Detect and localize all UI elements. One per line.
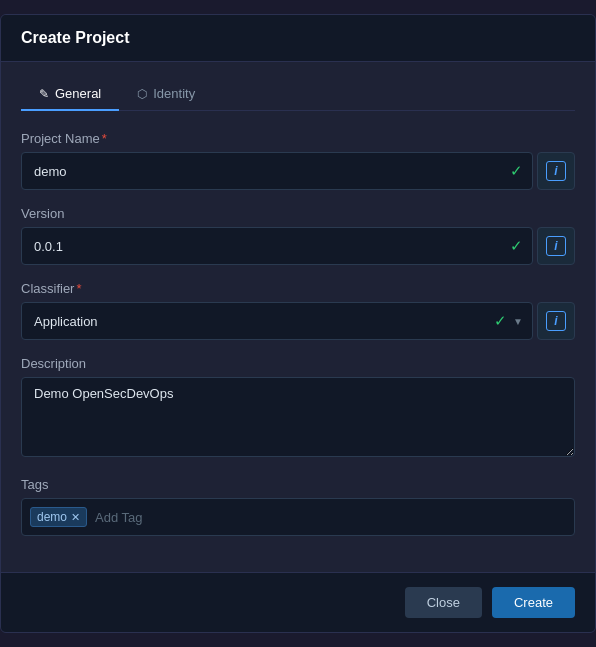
version-input-wrapper: ✓ [21, 227, 533, 265]
version-row: ✓ i [21, 227, 575, 265]
classifier-dropdown-arrow: ▼ [513, 316, 523, 327]
tab-general[interactable]: ✎ General [21, 78, 119, 111]
create-project-dialog: Create Project ✎ General ⬡ Identity Proj… [0, 14, 596, 633]
dialog-footer: Close Create [1, 572, 595, 632]
classifier-info-icon: i [546, 311, 566, 331]
project-name-info-icon: i [546, 161, 566, 181]
classifier-row: ✓ ▼ i [21, 302, 575, 340]
project-name-input-wrapper: ✓ [21, 152, 533, 190]
project-name-row: ✓ i [21, 152, 575, 190]
classifier-info-button[interactable]: i [537, 302, 575, 340]
tag-chip-close-button[interactable]: ✕ [71, 512, 80, 523]
classifier-check-icon: ✓ [494, 312, 507, 330]
dialog-title: Create Project [21, 29, 130, 46]
version-check-icon: ✓ [510, 237, 523, 255]
version-label: Version [21, 206, 575, 221]
classifier-required-marker: * [76, 281, 81, 296]
create-button[interactable]: Create [492, 587, 575, 618]
version-info-icon: i [546, 236, 566, 256]
project-name-input[interactable] [21, 152, 533, 190]
dialog-header: Create Project [1, 15, 595, 62]
tab-identity[interactable]: ⬡ Identity [119, 78, 213, 111]
classifier-group: Classifier* ✓ ▼ i [21, 281, 575, 340]
tag-chip-label: demo [37, 510, 67, 524]
classifier-input[interactable] [21, 302, 533, 340]
dialog-body: ✎ General ⬡ Identity Project Name* ✓ i [1, 62, 595, 572]
close-button[interactable]: Close [405, 587, 482, 618]
project-name-info-button[interactable]: i [537, 152, 575, 190]
version-group: Version ✓ i [21, 206, 575, 265]
description-input[interactable]: Demo OpenSecDevOps [21, 377, 575, 457]
classifier-check-dropdown: ✓ ▼ [494, 312, 523, 330]
project-name-check-icon: ✓ [510, 162, 523, 180]
classifier-input-wrapper: ✓ ▼ [21, 302, 533, 340]
project-name-group: Project Name* ✓ i [21, 131, 575, 190]
description-label: Description [21, 356, 575, 371]
classifier-label: Classifier* [21, 281, 575, 296]
general-tab-icon: ✎ [39, 87, 49, 101]
tags-group: Tags demo ✕ Add Tag [21, 477, 575, 536]
version-info-button[interactable]: i [537, 227, 575, 265]
tab-identity-label: Identity [153, 86, 195, 101]
identity-tab-icon: ⬡ [137, 87, 147, 101]
tags-label: Tags [21, 477, 575, 492]
tags-placeholder: Add Tag [91, 508, 146, 527]
tabs-container: ✎ General ⬡ Identity [21, 78, 575, 111]
tab-general-label: General [55, 86, 101, 101]
version-input[interactable] [21, 227, 533, 265]
description-group: Description Demo OpenSecDevOps [21, 356, 575, 461]
required-marker: * [102, 131, 107, 146]
project-name-label: Project Name* [21, 131, 575, 146]
tags-input-container[interactable]: demo ✕ Add Tag [21, 498, 575, 536]
tag-chip-demo: demo ✕ [30, 507, 87, 527]
